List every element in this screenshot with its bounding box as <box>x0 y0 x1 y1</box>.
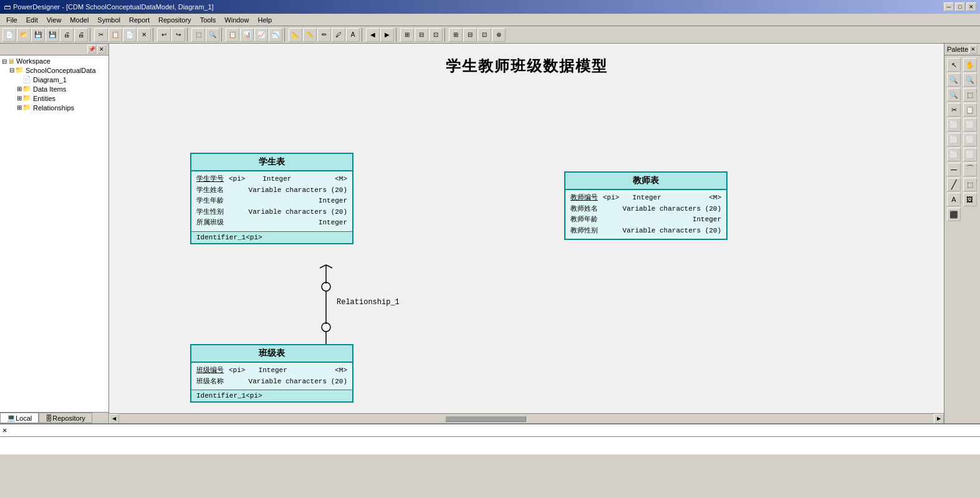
palette-zoom-box[interactable]: ⬚ <box>963 88 977 102</box>
palette-zoom-in[interactable]: 🔍 <box>947 73 961 87</box>
toolbar-undo[interactable]: ↩ <box>157 28 171 42</box>
toolbar-redo[interactable]: ↪ <box>171 28 185 42</box>
toolbar-save-all[interactable]: 💾 <box>46 28 59 42</box>
menu-repository[interactable]: Repository <box>155 15 195 25</box>
palette-header: Palette ✕ <box>944 44 980 55</box>
menu-view[interactable]: View <box>43 15 65 25</box>
palette-hand[interactable]: ✋ <box>963 58 977 72</box>
toolbar-open[interactable]: 📂 <box>17 28 31 42</box>
toolbar-btn17[interactable]: ⊞ <box>449 28 463 42</box>
student-field-name-1: 学生学号 <box>196 174 224 185</box>
toolbar-btn20[interactable]: ⊕ <box>492 28 506 42</box>
toolbar-btn10[interactable]: 🖊 <box>332 28 345 42</box>
toolbar-delete[interactable]: ✕ <box>137 28 151 42</box>
tab-repository[interactable]: 🗄 Repository <box>39 413 92 423</box>
class-pi-1: <pi> <box>229 365 245 376</box>
palette-link2[interactable]: ⬜ <box>963 118 977 132</box>
scroll-left[interactable]: ◀ <box>109 414 119 424</box>
palette-cut[interactable]: ✂ <box>947 103 961 117</box>
palette-link1[interactable]: ⬜ <box>947 118 961 132</box>
school-label: SchoolConceptualData <box>26 67 96 74</box>
tab-local[interactable]: 💻 Local <box>0 413 39 423</box>
toolbar-btn11[interactable]: A <box>346 28 360 42</box>
student-field-name-4: 学生性别 <box>196 207 224 218</box>
menu-file[interactable]: File <box>2 15 21 25</box>
toolbar-sep-8 <box>444 28 447 42</box>
sidebar-pin[interactable]: 📌 <box>87 45 96 54</box>
menu-model[interactable]: Model <box>66 15 92 25</box>
toolbar-btn12[interactable]: ◀ <box>366 28 380 42</box>
toolbar-print[interactable]: 🖨 <box>60 28 74 42</box>
toolbar-btn3[interactable]: 📋 <box>226 28 239 42</box>
menu-report[interactable]: Report <box>125 15 153 25</box>
toolbar-btn15[interactable]: ⊟ <box>415 28 428 42</box>
toolbar-btn18[interactable]: ⊟ <box>463 28 477 42</box>
toolbar-copy[interactable]: 📋 <box>108 28 122 42</box>
toolbar-btn13[interactable]: ▶ <box>380 28 394 42</box>
palette-curve[interactable]: ⌒ <box>963 163 977 176</box>
toolbar-btn8[interactable]: 📏 <box>303 28 317 42</box>
palette-zoom-out[interactable]: 🔍 <box>963 73 977 87</box>
close-button[interactable]: ✕ <box>966 2 976 11</box>
toolbar-btn14[interactable]: ⊞ <box>400 28 414 42</box>
student-type-1: Integer <box>250 174 291 185</box>
toolbar-btn5[interactable]: 📈 <box>254 28 268 42</box>
sidebar-item-entities[interactable]: ⊞ 📁 Entities <box>0 93 108 103</box>
sidebar-item-relationships[interactable]: ⊞ 📁 Relationships <box>0 103 108 112</box>
palette-rel[interactable]: ⬜ <box>963 133 977 146</box>
toolbar-new[interactable]: 📄 <box>2 28 16 42</box>
palette-image[interactable]: 🖼 <box>963 193 977 206</box>
sidebar-item-dataitems[interactable]: ⊞ 📁 Data Items <box>0 84 108 93</box>
palette-close[interactable]: ✕ <box>969 45 978 54</box>
palette-assoc[interactable]: ⬜ <box>963 148 977 161</box>
palette-select[interactable]: ↖ <box>947 58 961 72</box>
entities-label: Entities <box>33 95 55 102</box>
palette-text[interactable]: A <box>947 193 961 206</box>
palette-entity[interactable]: ⬜ <box>947 133 961 146</box>
tab-local-label: Local <box>16 414 32 422</box>
class-row-1: 班级编号 <pi> Integer <M> <box>196 365 347 376</box>
palette-line[interactable]: ─ <box>947 163 961 176</box>
teacher-row-1: 教师编号 <pi> Integer <M> <box>570 193 721 204</box>
menu-tools[interactable]: Tools <box>196 15 220 25</box>
toolbar-btn19[interactable]: ⊡ <box>478 28 491 42</box>
toolbar-sep-7 <box>396 28 398 42</box>
toolbar-btn4[interactable]: 📊 <box>240 28 254 42</box>
toolbar-btn6[interactable]: 📉 <box>269 28 282 42</box>
menu-window[interactable]: Window <box>221 15 252 25</box>
palette-copy2[interactable]: 📋 <box>963 103 977 117</box>
student-field-name-5: 所属班级 <box>196 218 224 229</box>
student-type-3: Integer <box>294 196 347 207</box>
sidebar-close[interactable]: ✕ <box>97 45 106 54</box>
menu-symbol[interactable]: Symbol <box>94 15 124 25</box>
sidebar-item-school[interactable]: ⊟ 📁 SchoolConceptualData <box>0 65 108 75</box>
palette-inh[interactable]: ⬜ <box>947 148 961 161</box>
toolbar-save[interactable]: 💾 <box>31 28 45 42</box>
sidebar-item-diagram[interactable]: 📄 Diagram_1 <box>0 75 108 84</box>
scroll-right[interactable]: ▶ <box>934 414 944 424</box>
toolbar-btn1[interactable]: ⬚ <box>191 28 205 42</box>
menu-help[interactable]: Help <box>254 15 276 25</box>
toolbar-cut[interactable]: ✂ <box>94 28 108 42</box>
toolbar-btn16[interactable]: ⊡ <box>429 28 443 42</box>
sidebar-item-workspace[interactable]: ⊟ 🖥 Workspace <box>0 57 108 65</box>
h-scroll-thumb[interactable] <box>445 416 527 422</box>
toolbar-btn7[interactable]: 📐 <box>289 28 302 42</box>
palette-title-box[interactable]: ⬛ <box>947 208 961 221</box>
palette-zoom-fit[interactable]: 🔍 <box>947 88 961 102</box>
toolbar-print-prev[interactable]: 🖨 <box>74 28 88 42</box>
class-identifier: Identifier_1<pi> <box>191 390 352 401</box>
minimize-button[interactable]: ─ <box>944 2 954 11</box>
toolbar-btn9[interactable]: ✏ <box>317 28 331 42</box>
toolbar-btn2[interactable]: 🔍 <box>206 28 219 42</box>
tab-repo-icon: 🗄 <box>46 414 52 422</box>
entities-icon: 📁 <box>22 94 31 102</box>
toolbar-paste[interactable]: 📄 <box>123 28 137 42</box>
menu-edit[interactable]: Edit <box>22 15 42 25</box>
palette-note[interactable]: ⬚ <box>963 178 977 191</box>
teacher-body: 教师编号 <pi> Integer <M> 教师姓名 Variable char… <box>565 190 726 239</box>
maximize-button[interactable]: □ <box>955 2 965 11</box>
dataitems-label: Data Items <box>33 85 66 93</box>
diagram-title: 学生教师班级数据模型 <box>109 56 944 76</box>
palette-polygon[interactable]: ╱ <box>947 178 961 191</box>
